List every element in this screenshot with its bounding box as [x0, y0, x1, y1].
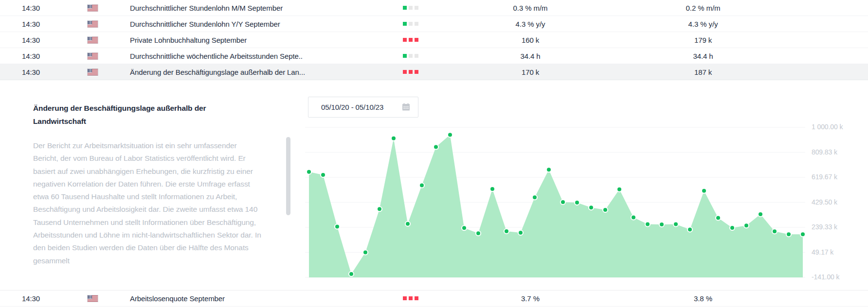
chart-data-point[interactable]: [434, 145, 438, 150]
calendar-rows-top: 14:30Durchschnittlicher Stundenlohn M/M …: [0, 0, 868, 80]
chart-data-point[interactable]: [744, 223, 749, 228]
country-cell: [88, 21, 130, 27]
impact-dot-gray: [415, 22, 418, 26]
economic-calendar-page: 14:30Durchschnittlicher Stundenlohn M/M …: [0, 0, 868, 308]
calendar-event-row[interactable]: 14:30Private Lohnbuchhaltung September16…: [0, 32, 868, 48]
chart-data-point[interactable]: [335, 224, 340, 229]
impact-indicator: [403, 38, 462, 42]
chart-data-point[interactable]: [448, 132, 452, 137]
chart-data-point[interactable]: [532, 195, 537, 200]
impact-dot-gray: [415, 6, 418, 10]
description-scrollbar[interactable]: [286, 137, 290, 215]
chart-data-point[interactable]: [687, 227, 692, 232]
event-time: 14:30: [0, 36, 88, 44]
chart-data-point[interactable]: [490, 187, 495, 191]
chart-data-point[interactable]: [800, 232, 805, 237]
chart-data-point[interactable]: [321, 172, 326, 177]
chart-data-point[interactable]: [702, 188, 706, 193]
impact-dot-red: [415, 70, 418, 74]
previous-value: 0.2 % m/m: [598, 4, 808, 12]
us-flag-icon: [88, 37, 98, 43]
impact-dot-red: [409, 70, 413, 74]
chart-data-point[interactable]: [716, 216, 721, 221]
impact-dot-gray: [409, 6, 413, 10]
impact-dot-green: [403, 22, 407, 26]
impact-dot-red: [403, 296, 407, 300]
chart-data-point[interactable]: [504, 229, 509, 234]
impact-dot-red: [409, 296, 413, 300]
previous-value: 187 k: [598, 68, 808, 76]
us-flag-icon: [88, 69, 98, 75]
impact-indicator: [403, 54, 462, 58]
forecast-value: 4.3 % y/y: [462, 20, 598, 28]
event-time: 14:30: [0, 294, 88, 303]
chart-data-point[interactable]: [561, 200, 565, 205]
previous-value: 3.8 %: [598, 294, 808, 303]
chart-data-point[interactable]: [659, 222, 664, 227]
chart-data-point[interactable]: [772, 229, 777, 234]
calendar-event-row[interactable]: 14:30Arbeitslosenquote September3.7 %3.8…: [0, 291, 868, 307]
impact-dot-red: [403, 38, 407, 42]
chart-data-point[interactable]: [786, 232, 791, 237]
event-description: Der Bericht zur Arbeitsmarktsituation is…: [33, 139, 264, 281]
calendar-rows-bottom: 14:30Arbeitslosenquote September3.7 %3.8…: [0, 291, 868, 307]
us-flag-icon: [88, 5, 98, 11]
chart-data-point[interactable]: [575, 200, 579, 205]
date-range-value: 05/10/20 - 05/10/23: [321, 103, 383, 111]
calendar-icon: [402, 103, 410, 111]
chart-data-point[interactable]: [391, 136, 396, 141]
impact-dot-green: [403, 54, 407, 58]
chart-area-series: [309, 135, 803, 277]
impact-dot-gray: [415, 54, 418, 58]
country-cell: [88, 53, 130, 59]
event-time: 14:30: [0, 52, 88, 60]
chart-data-point[interactable]: [476, 231, 481, 236]
impact-indicator: [403, 6, 462, 10]
calendar-event-row[interactable]: 14:30Durchschnittlicher Stundenlohn M/M …: [0, 0, 868, 16]
chart-data-point[interactable]: [631, 215, 636, 220]
chart-data-point[interactable]: [589, 205, 594, 210]
chart-y-tick-label: 809.83 k: [812, 148, 837, 156]
chart-data-point[interactable]: [758, 212, 763, 217]
chart-data-point[interactable]: [617, 187, 622, 192]
impact-dot-red: [415, 296, 418, 300]
event-time: 14:30: [0, 4, 88, 12]
chart-data-point[interactable]: [349, 272, 354, 276]
event-name: Durchschnittliche wöchentliche Arbeitsst…: [130, 52, 403, 60]
calendar-event-row[interactable]: 14:30Durchschnittliche wöchentliche Arbe…: [0, 48, 868, 64]
country-cell: [88, 69, 130, 75]
chart-data-point[interactable]: [307, 170, 311, 174]
country-cell: [88, 37, 130, 43]
us-flag-icon: [88, 53, 98, 59]
event-name: Private Lohnbuchhaltung September: [130, 36, 403, 44]
chart-data-point[interactable]: [377, 206, 382, 211]
impact-dot-red: [403, 70, 407, 74]
chart-data-point[interactable]: [363, 250, 368, 255]
event-time: 14:30: [0, 68, 88, 76]
chart-data-point[interactable]: [546, 167, 551, 172]
previous-value: 4.3 % y/y: [598, 20, 808, 28]
chart-data-point[interactable]: [645, 222, 650, 227]
chart-data-point[interactable]: [603, 207, 608, 212]
calendar-event-row[interactable]: 14:30Änderung der Beschäftigungslage auß…: [0, 64, 868, 80]
event-detail-panel: Änderung der Beschäftigungslage außerhal…: [0, 80, 868, 291]
chart-y-tick-label: -141.00 k: [812, 273, 839, 281]
chart-y-tick-label: 49.17 k: [812, 248, 833, 256]
calendar-event-row[interactable]: 14:30Durchschnittlicher Stundenlohn Y/Y …: [0, 16, 868, 32]
impact-dot-gray: [409, 22, 413, 26]
nfp-history-chart[interactable]: [305, 112, 805, 280]
impact-dot-red: [409, 38, 413, 42]
chart-y-tick-label: 239.33 k: [812, 223, 837, 231]
event-name: Durchschnittlicher Stundenlohn Y/Y Septe…: [130, 20, 403, 28]
chart-data-point[interactable]: [518, 230, 523, 235]
previous-value: 179 k: [598, 36, 808, 44]
country-cell: [88, 295, 130, 302]
chart-data-point[interactable]: [419, 183, 424, 188]
impact-dot-red: [415, 38, 418, 42]
chart-data-point[interactable]: [730, 225, 735, 230]
impact-dot-gray: [409, 54, 413, 58]
chart-data-point[interactable]: [462, 225, 467, 230]
chart-data-point[interactable]: [673, 222, 678, 227]
chart-data-point[interactable]: [405, 222, 410, 226]
event-name: Durchschnittlicher Stundenlohn M/M Septe…: [130, 4, 403, 12]
